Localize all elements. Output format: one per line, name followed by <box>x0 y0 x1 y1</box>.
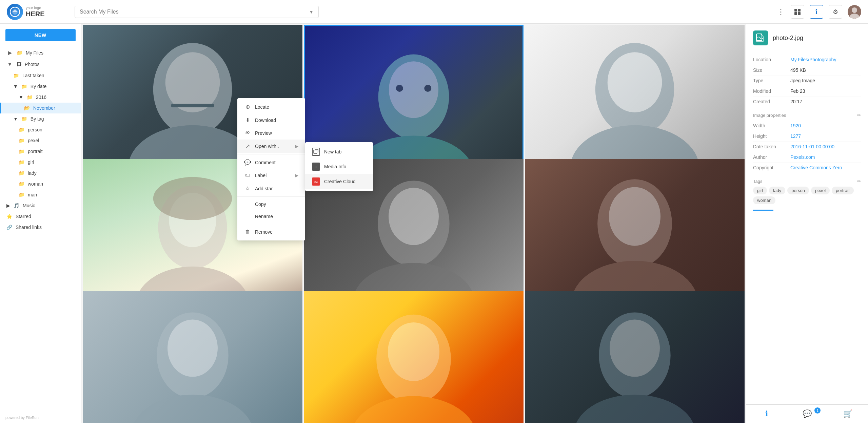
tag-woman[interactable]: woman <box>753 196 775 204</box>
menu-item-open-with[interactable]: ↗ Open with.. ▶ <box>237 140 305 153</box>
search-dropdown-icon[interactable]: ▼ <box>309 9 314 15</box>
info-row-height: Height 1277 <box>753 131 861 142</box>
svg-rect-2 <box>794 9 797 12</box>
sidebar-item-pexel[interactable]: 📁 pexel <box>0 135 81 146</box>
tag-pexel[interactable]: pexel <box>811 187 830 194</box>
svg-rect-4 <box>794 12 797 15</box>
sidebar-item-shared-links[interactable]: 🔗 Shared links <box>0 222 81 233</box>
tab-indicator <box>753 210 773 211</box>
folder-icon: 📁 <box>21 116 27 122</box>
sidebar-item-man[interactable]: 📁 man <box>0 189 81 200</box>
svg-point-16 <box>396 85 403 92</box>
sidebar-item-my-files[interactable]: ▶ 📁 My Files <box>0 47 81 59</box>
panel-body: Location My Files/Photography Size 495 K… <box>746 49 868 219</box>
menu-item-locate[interactable]: ⊕ Locate <box>237 100 305 113</box>
folder-icon: ▶ <box>6 49 13 56</box>
image-view-button[interactable] <box>791 5 804 19</box>
photo-cell-8[interactable] <box>304 291 524 423</box>
tag-portrait[interactable]: portrait <box>832 187 853 194</box>
star-icon: ☆ <box>244 185 251 192</box>
sidebar-item-starred[interactable]: ⭐ Starred <box>0 211 81 222</box>
info-icon: ℹ <box>815 8 818 16</box>
sidebar-nav: ▶ 📁 My Files ▼ 🖼 Photos 📁 Last taken ▼ 📁… <box>0 47 81 412</box>
sidebar-item-2016[interactable]: ▼ 📁 2016 <box>0 92 81 103</box>
photo-cell-9[interactable] <box>525 291 745 423</box>
collapse-icon: ▼ <box>13 116 18 122</box>
photo-grid <box>81 24 746 423</box>
svg-point-7 <box>852 7 857 13</box>
svg-point-30 <box>609 187 660 246</box>
edit-properties-icon[interactable]: ✏ <box>857 112 861 118</box>
user-avatar[interactable] <box>848 5 861 19</box>
menu-item-remove[interactable]: 🗑 Remove <box>237 226 305 238</box>
submenu-item-creative-cloud[interactable]: Cc Creative Cloud <box>305 174 373 189</box>
search-input[interactable] <box>80 9 306 15</box>
sidebar-item-by-date[interactable]: ▼ 📁 By date <box>0 81 81 92</box>
submenu-item-media-info[interactable]: i Media Info <box>305 159 373 174</box>
menu-item-add-star[interactable]: ☆ Add star <box>237 182 305 195</box>
header: your logo HERE ▼ ⋮ ℹ ⚙ <box>0 0 868 24</box>
tag-lady[interactable]: lady <box>769 187 785 194</box>
right-panel: photo-2.jpg Location My Files/Photograph… <box>746 24 868 423</box>
settings-button[interactable]: ⚙ <box>829 5 842 19</box>
edit-tags-icon[interactable]: ✏ <box>857 178 861 184</box>
comment-badge: 1 <box>814 407 821 414</box>
sidebar-item-november[interactable]: 📂 November <box>0 103 81 113</box>
panel-tab-share[interactable]: 🛒 <box>827 405 868 423</box>
info-row-width: Width 1920 <box>753 121 861 131</box>
folder-icon: 📁 <box>19 149 24 154</box>
submenu-item-new-tab[interactable]: New tab <box>305 144 373 159</box>
panel-tab-info[interactable]: ℹ <box>746 405 787 423</box>
new-button[interactable]: NEW <box>5 29 76 41</box>
folder-icon: 📁 <box>19 181 24 187</box>
sidebar-item-last-taken[interactable]: 📁 Last taken <box>0 70 81 81</box>
svg-rect-3 <box>798 9 801 12</box>
comment-tab-icon: 💬 <box>803 409 812 418</box>
tag-girl[interactable]: girl <box>753 187 767 194</box>
sidebar-item-person[interactable]: 📁 person <box>0 124 81 135</box>
sidebar-item-by-tag[interactable]: ▼ 📁 By tag <box>0 113 81 124</box>
sidebar-item-photos[interactable]: ▼ 🖼 Photos <box>0 59 81 70</box>
label-submenu-arrow-icon: ▶ <box>295 173 298 178</box>
panel-footer: ℹ 💬 1 🛒 <box>746 404 868 423</box>
sidebar-item-woman[interactable]: 📁 woman <box>0 178 81 189</box>
folder-icon: 📁 <box>27 94 33 100</box>
sidebar-item-music[interactable]: ▶ 🎵 Music <box>0 200 81 211</box>
info-row-size: Size 495 KB <box>753 65 861 76</box>
menu-item-copy[interactable]: Copy <box>237 198 305 210</box>
more-options-icon[interactable]: ⋮ <box>777 7 785 16</box>
open-folder-icon: 📂 <box>24 105 30 111</box>
image-properties-title: Image properties ✏ <box>753 112 861 118</box>
panel-tab-comments[interactable]: 💬 1 <box>787 405 828 423</box>
menu-item-download[interactable]: ⬇ Download <box>237 113 305 127</box>
location-link[interactable]: My Files/Photography <box>790 57 836 62</box>
header-actions: ⋮ ℹ ⚙ <box>777 5 861 19</box>
sidebar-item-girl[interactable]: 📁 girl <box>0 157 81 168</box>
menu-item-preview[interactable]: 👁 Preview <box>237 127 305 140</box>
tag-person[interactable]: person <box>787 187 809 194</box>
svg-point-39 <box>610 320 660 377</box>
trash-icon: 🗑 <box>244 229 251 235</box>
info-row-author: Author Pexels.com <box>753 152 861 163</box>
download-icon: ⬇ <box>244 117 251 123</box>
info-row-modified: Modified Feb 23 <box>753 86 861 97</box>
info-button[interactable]: ℹ <box>810 5 823 19</box>
menu-item-label[interactable]: 🏷 Label ▶ <box>237 169 305 182</box>
sidebar-item-lady[interactable]: 📁 lady <box>0 168 81 178</box>
svg-rect-5 <box>798 12 801 15</box>
photo-cell-7[interactable] <box>83 291 302 423</box>
logo-bottom-text: HERE <box>26 10 45 18</box>
info-row-date-taken: Date taken 2016-11-01 00:00:00 <box>753 142 861 152</box>
svg-point-32 <box>132 395 253 423</box>
menu-item-comment[interactable]: 💬 Comment <box>237 156 305 169</box>
expand-icon: ▶ <box>6 203 10 208</box>
label-icon: 🏷 <box>244 172 251 178</box>
menu-item-rename[interactable]: Rename <box>237 210 305 223</box>
music-icon: 🎵 <box>14 203 19 208</box>
link-icon: 🔗 <box>6 225 12 230</box>
folder-icon: 📁 <box>19 127 24 132</box>
svg-point-17 <box>424 85 431 92</box>
info-tab-icon: ℹ <box>765 409 768 418</box>
sidebar-item-portrait[interactable]: 📁 portrait <box>0 146 81 157</box>
search-bar[interactable]: ▼ <box>75 6 319 18</box>
